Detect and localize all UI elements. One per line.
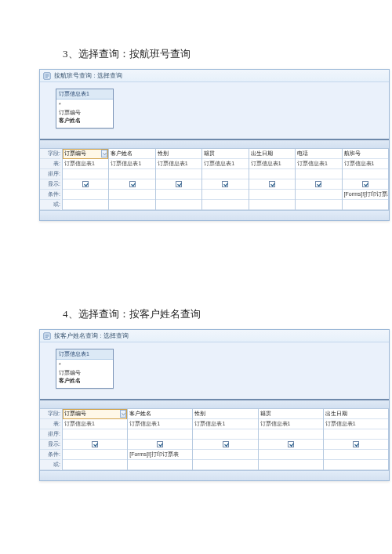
checkbox-icon[interactable] <box>269 181 275 187</box>
cell-sort[interactable] <box>296 169 341 179</box>
source-all-fields[interactable]: * <box>59 361 111 369</box>
cell-criteria[interactable] <box>156 190 201 200</box>
cell-table[interactable]: 订票信息表1 <box>63 419 127 429</box>
cell-table[interactable]: 订票信息表1 <box>128 419 192 429</box>
cell-field[interactable]: 出生日期 <box>249 149 295 159</box>
cell-table[interactable]: 订票信息表1 <box>249 159 295 169</box>
cell-criteria[interactable] <box>259 450 323 460</box>
cell-criteria[interactable] <box>324 450 388 460</box>
cell-table[interactable]: 订票信息表1 <box>259 419 323 429</box>
cell-sort[interactable] <box>193 429 257 440</box>
grid-column: 航班号订票信息表1[Forms]![打印订票表 <box>343 149 389 210</box>
source-all-fields[interactable]: * <box>59 101 111 109</box>
field-dropdown-icon[interactable] <box>120 410 126 418</box>
cell-or[interactable] <box>156 200 201 210</box>
cell-table[interactable]: 订票信息表1 <box>193 419 257 429</box>
checkbox-icon[interactable] <box>157 441 163 447</box>
cell-table[interactable]: 订票信息表1 <box>202 159 248 169</box>
cell-sort[interactable] <box>63 169 108 179</box>
checkbox-icon[interactable] <box>82 181 89 187</box>
cell-or[interactable] <box>296 200 341 210</box>
source-field[interactable]: 订票编号 <box>59 369 111 377</box>
cell-field[interactable]: 航班号 <box>343 149 388 159</box>
cell-table[interactable]: 订票信息表1 <box>324 419 388 429</box>
cell-field[interactable]: 电话 <box>296 149 341 159</box>
checkbox-icon[interactable] <box>92 441 98 447</box>
cell-criteria[interactable] <box>249 190 295 200</box>
cell-or[interactable] <box>249 200 295 210</box>
cell-show[interactable] <box>109 179 154 190</box>
cell-show[interactable] <box>156 179 201 190</box>
cell-show[interactable] <box>324 440 388 450</box>
titlebar: 按客户姓名查询 : 选择查询 <box>40 330 389 342</box>
source-field[interactable]: 客户姓名 <box>59 117 111 125</box>
source-table-box[interactable]: 订票信息表1*订票编号客户姓名 <box>56 349 114 389</box>
cell-field[interactable]: 籍贯 <box>259 409 323 419</box>
cell-sort[interactable] <box>109 169 154 179</box>
cell-field[interactable]: 订票编号 <box>63 149 108 159</box>
query-diagram-pane: 订票信息表1*订票编号客户姓名 <box>40 82 389 140</box>
cell-show[interactable] <box>128 440 192 450</box>
cell-or[interactable] <box>324 460 388 470</box>
cell-table[interactable]: 订票信息表1 <box>296 159 341 169</box>
cell-show[interactable] <box>343 179 388 190</box>
cell-sort[interactable] <box>249 169 295 179</box>
cell-criteria[interactable]: [Forms]![打印订票表 <box>343 190 388 200</box>
cell-field[interactable]: 出生日期 <box>324 409 388 419</box>
cell-field[interactable]: 客户姓名 <box>128 409 192 419</box>
cell-or[interactable] <box>259 460 323 470</box>
cell-criteria[interactable] <box>109 190 154 200</box>
cell-sort[interactable] <box>324 429 388 440</box>
cell-field[interactable]: 性别 <box>193 409 257 419</box>
cell-show[interactable] <box>63 179 108 190</box>
cell-show[interactable] <box>259 440 323 450</box>
cell-or[interactable] <box>63 460 127 470</box>
checkbox-icon[interactable] <box>353 441 359 447</box>
cell-criteria[interactable]: [Forms]![打印订票表 <box>128 450 192 460</box>
source-field[interactable]: 客户姓名 <box>59 377 111 385</box>
cell-show[interactable] <box>249 179 295 190</box>
cell-field[interactable]: 订票编号 <box>63 409 127 419</box>
cell-or[interactable] <box>193 460 257 470</box>
splitter[interactable] <box>40 140 389 149</box>
cell-or[interactable] <box>202 200 248 210</box>
cell-field[interactable]: 性别 <box>156 149 201 159</box>
cell-table[interactable]: 订票信息表1 <box>63 159 108 169</box>
checkbox-icon[interactable] <box>223 441 229 447</box>
cell-criteria[interactable] <box>63 450 127 460</box>
cell-criteria[interactable] <box>193 450 257 460</box>
checkbox-icon[interactable] <box>362 181 368 187</box>
checkbox-icon[interactable] <box>315 181 321 187</box>
cell-or[interactable] <box>343 200 388 210</box>
cell-sort[interactable] <box>259 429 323 440</box>
cell-criteria[interactable] <box>202 190 248 200</box>
cell-show[interactable] <box>63 440 127 450</box>
cell-show[interactable] <box>296 179 341 190</box>
cell-table[interactable]: 订票信息表1 <box>156 159 201 169</box>
checkbox-icon[interactable] <box>176 181 182 187</box>
cell-or[interactable] <box>128 460 192 470</box>
checkbox-icon[interactable] <box>222 181 228 187</box>
cell-sort[interactable] <box>128 429 192 440</box>
cell-criteria[interactable] <box>296 190 341 200</box>
cell-or[interactable] <box>63 200 108 210</box>
cell-table[interactable]: 订票信息表1 <box>109 159 154 169</box>
source-table-box[interactable]: 订票信息表1*订票编号客户姓名 <box>56 89 114 129</box>
cell-criteria[interactable] <box>63 190 108 200</box>
checkbox-icon[interactable] <box>129 181 136 187</box>
splitter[interactable] <box>40 400 389 409</box>
source-table-body: *订票编号客户姓名 <box>56 100 113 128</box>
checkbox-icon[interactable] <box>288 441 294 447</box>
cell-or[interactable] <box>109 200 154 210</box>
field-dropdown-icon[interactable] <box>101 150 107 158</box>
cell-sort[interactable] <box>156 169 201 179</box>
cell-sort[interactable] <box>202 169 248 179</box>
cell-show[interactable] <box>202 179 248 190</box>
source-field[interactable]: 订票编号 <box>59 109 111 117</box>
cell-table[interactable]: 订票信息表1 <box>343 159 388 169</box>
cell-sort[interactable] <box>63 429 127 440</box>
cell-sort[interactable] <box>343 169 388 179</box>
cell-field[interactable]: 籍贯 <box>202 149 248 159</box>
cell-field[interactable]: 客户姓名 <box>109 149 154 159</box>
cell-show[interactable] <box>193 440 257 450</box>
